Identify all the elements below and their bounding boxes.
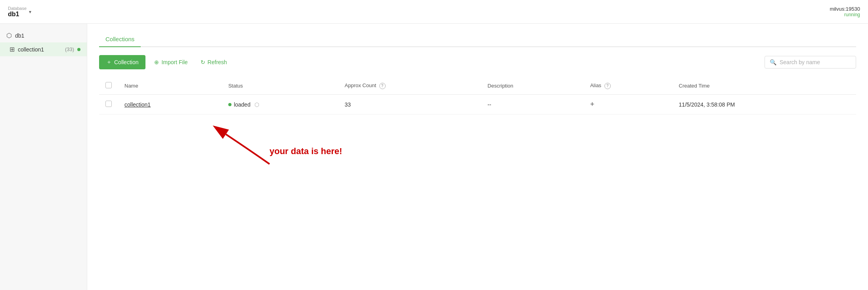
- annotation-arrow: [178, 118, 313, 170]
- import-file-button[interactable]: ⊕ Import File: [150, 55, 191, 69]
- sidebar-collection-name: collection1: [18, 46, 62, 53]
- row-name: collection1: [118, 95, 222, 114]
- row-alias: +: [584, 95, 673, 114]
- chevron-down-icon: ▾: [29, 9, 31, 15]
- row-description: --: [481, 95, 584, 114]
- sidebar-item-db1[interactable]: ⬡ db1: [0, 29, 87, 42]
- add-alias-button[interactable]: +: [590, 100, 595, 108]
- search-box: 🔍: [765, 56, 856, 69]
- add-collection-button[interactable]: ＋ Collection: [99, 55, 145, 69]
- header-approx-count: Approx Count ?: [338, 77, 482, 95]
- topbar-left: Database db1 ▾: [8, 6, 31, 18]
- refresh-btn-label: Refresh: [208, 59, 227, 65]
- collection-btn-label: Collection: [114, 59, 138, 65]
- collections-table: Name Status Approx Count ? Description: [99, 77, 856, 114]
- approx-count-help-icon[interactable]: ?: [379, 83, 386, 89]
- db-selector[interactable]: Database db1 ▾: [8, 6, 31, 18]
- db-label: Database: [8, 6, 27, 11]
- header-created-time: Created Time: [673, 77, 856, 95]
- header-checkbox-cell: [99, 77, 118, 95]
- collection-name-link[interactable]: collection1: [124, 101, 151, 108]
- tab-collections[interactable]: Collections: [99, 32, 141, 47]
- table-icon: ⊞: [10, 46, 15, 53]
- unload-icon[interactable]: ⬡: [254, 101, 259, 108]
- table-header-row: Name Status Approx Count ? Description: [99, 77, 856, 95]
- import-icon: ⊕: [154, 59, 159, 65]
- topbar: Database db1 ▾ milvus:19530 running: [0, 0, 868, 24]
- alias-help-icon[interactable]: ?: [604, 83, 611, 89]
- row-checkbox-cell: [99, 95, 118, 114]
- row-checkbox[interactable]: [105, 101, 112, 107]
- header-alias: Alias ?: [584, 77, 673, 95]
- db-name: db1: [8, 11, 27, 18]
- sidebar-collection-count: (33): [65, 46, 74, 52]
- header-description: Description: [481, 77, 584, 95]
- search-icon: 🔍: [770, 59, 776, 65]
- status-loaded: loaded ⬡: [228, 101, 332, 108]
- sidebar-item-collection1[interactable]: ⊞ collection1 (33): [0, 42, 87, 56]
- sidebar-db-label: db1: [15, 32, 24, 39]
- table-row: collection1 loaded ⬡ 33 -- +: [99, 95, 856, 114]
- server-address: milvus:19530: [830, 6, 860, 12]
- header-name: Name: [118, 77, 222, 95]
- header-status: Status: [222, 77, 338, 95]
- row-approx-count: 33: [338, 95, 482, 114]
- search-input[interactable]: [780, 59, 851, 65]
- refresh-button[interactable]: ↻ Refresh: [197, 55, 231, 69]
- status-dot: [77, 48, 80, 51]
- main-layout: ⬡ db1 ⊞ collection1 (33) Collections ＋ C…: [0, 24, 868, 290]
- tabs: Collections: [99, 32, 856, 47]
- plus-icon: ＋: [106, 59, 112, 66]
- database-icon: ⬡: [6, 32, 12, 39]
- select-all-checkbox[interactable]: [105, 82, 112, 88]
- annotation-text: your data is here!: [270, 146, 342, 156]
- server-status: running: [830, 12, 860, 17]
- topbar-right: milvus:19530 running: [830, 6, 860, 17]
- row-status: loaded ⬡: [222, 95, 338, 114]
- refresh-icon: ↻: [201, 59, 205, 65]
- row-created-time: 11/5/2024, 3:58:08 PM: [673, 95, 856, 114]
- sidebar: ⬡ db1 ⊞ collection1 (33): [0, 24, 87, 290]
- status-label: loaded: [234, 101, 250, 108]
- toolbar: ＋ Collection ⊕ Import File ↻ Refresh 🔍: [99, 55, 856, 69]
- import-btn-label: Import File: [161, 59, 187, 65]
- status-dot-loaded: [228, 103, 231, 106]
- annotation-area: your data is here!: [99, 118, 856, 174]
- content-area: Collections ＋ Collection ⊕ Import File ↻…: [87, 24, 868, 290]
